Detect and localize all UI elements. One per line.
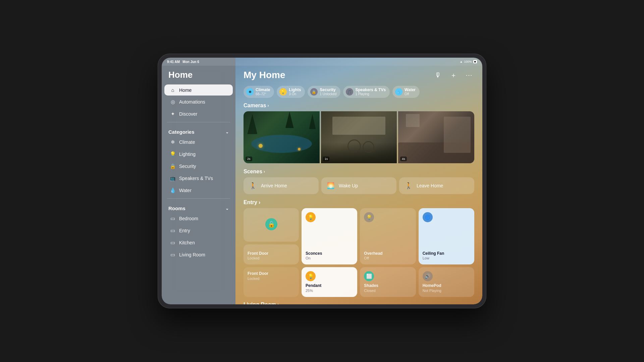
scene-leave-home[interactable]: 🚶 Leave Home	[399, 177, 474, 194]
camera-bedroom-timestamp: 4s	[400, 157, 407, 161]
camera-bedroom[interactable]: 4s	[398, 111, 474, 163]
camera-pool[interactable]: 2s	[244, 111, 320, 163]
sconces-icon: 💡	[306, 212, 316, 222]
device-shades[interactable]: ⬜ Shades Closed	[360, 267, 416, 297]
entry-lock-card[interactable]: 🔒	[244, 208, 299, 242]
wake-up-icon: 🌅	[326, 182, 335, 189]
chip-water-sub: Off	[405, 92, 416, 96]
home-icon: ⌂	[170, 87, 176, 93]
sidebar-item-climate[interactable]: ❄ Climate	[164, 136, 233, 148]
entry-row2: Front Door Locked 💡 Pendant 25% ⬜	[244, 267, 474, 297]
categories-chevron: ⌄	[225, 130, 229, 134]
chip-climate[interactable]: ❄ Climate 68–72°	[244, 86, 274, 98]
discover-icon: ✦	[170, 111, 176, 117]
entry-room-icon: ▭	[170, 228, 176, 234]
tree-2	[285, 111, 294, 128]
rooms-header[interactable]: Rooms ⌄	[162, 201, 235, 213]
sidebar-item-speakers[interactable]: 📺 Speakers & TVs	[164, 173, 233, 184]
status-time: 9:41 AM Mon Jun 6	[167, 60, 199, 64]
sidebar: Home ⌂ Home ◎ Automations ✦ Discover Cat…	[162, 58, 235, 304]
battery-icon: ■	[473, 60, 477, 63]
entry-section: Entry › 🔒 Front Door Locked	[244, 199, 474, 297]
overhead-icon: 💡	[364, 212, 374, 222]
status-bar: 9:41 AM Mon Jun 6 ▲ 100% ■	[162, 58, 482, 66]
chip-lights-sub: 3 On	[289, 92, 301, 96]
chip-security-sub: 1 Unlocked	[320, 92, 336, 96]
camera-garage[interactable]: 1s	[321, 111, 397, 163]
scene-arrive-home[interactable]: 🚶 Arrive Home	[244, 177, 319, 194]
divider-1	[167, 122, 230, 122]
front-door-card[interactable]: Front Door Locked	[244, 244, 299, 264]
battery-label: 100%	[464, 60, 472, 63]
device-ceiling-fan[interactable]: 🌀 Ceiling Fan Low	[419, 208, 474, 264]
chip-lights-label: Lights	[289, 87, 301, 92]
chip-climate-sub: 68–72°	[256, 92, 270, 96]
scenes-row: 🚶 Arrive Home 🌅 Wake Up 🚶 Leave Home	[244, 177, 474, 194]
security-icon: 🔒	[170, 163, 176, 169]
kitchen-room-icon: ▭	[170, 240, 176, 246]
living-room-chevron: ›	[277, 302, 279, 304]
chip-lights-icon: 💡	[279, 88, 287, 96]
sidebar-item-home[interactable]: ⌂ Home	[164, 84, 233, 96]
scenes-header[interactable]: Scenes ›	[244, 169, 474, 175]
tree-3	[309, 114, 316, 129]
device-sconces[interactable]: 💡 Sconces On	[302, 208, 357, 264]
sidebar-item-entry[interactable]: ▭ Entry	[164, 225, 233, 236]
living-room-header[interactable]: Living Room ›	[244, 302, 474, 304]
homepod-icon: 🔊	[423, 271, 433, 281]
chip-security-icon: 🔒	[310, 88, 318, 96]
window	[406, 114, 420, 127]
add-button[interactable]: ＋	[448, 70, 459, 80]
speakers-icon: 📺	[170, 175, 176, 181]
sidebar-item-living[interactable]: ▭ Living Room	[164, 249, 233, 260]
sidebar-item-kitchen[interactable]: ▭ Kitchen	[164, 237, 233, 248]
chip-security[interactable]: 🔒 Security 1 Unlocked	[308, 86, 340, 98]
sidebar-item-water[interactable]: 💧 Water	[164, 185, 233, 196]
shades-icon: ⬜	[364, 271, 374, 281]
pool-light-2	[298, 148, 301, 150]
summary-chips: ❄ Climate 68–72° 💡 Lights 3 On	[244, 86, 474, 98]
front-door-placeholder: Front Door Locked	[244, 267, 299, 297]
chip-water-label: Water	[405, 87, 416, 92]
garage-window	[332, 117, 386, 135]
lighting-icon: 💡	[170, 151, 176, 157]
camera-grid: 2s 1s	[244, 111, 474, 163]
chip-security-label: Security	[320, 87, 336, 92]
entry-header[interactable]: Entry ›	[244, 199, 474, 205]
sidebar-item-discover[interactable]: ✦ Discover	[164, 108, 233, 120]
sidebar-item-lighting[interactable]: 💡 Lighting	[164, 148, 233, 160]
chip-speakers[interactable]: 🎵 Speakers & TVs 1 Playing	[343, 86, 390, 98]
top-actions: 🎙 ＋ ⋯	[433, 70, 474, 80]
sidebar-item-security[interactable]: 🔒 Security	[164, 161, 233, 172]
sidebar-item-automations[interactable]: ◎ Automations	[164, 96, 233, 108]
more-button[interactable]: ⋯	[464, 70, 474, 80]
device-pendant[interactable]: 💡 Pendant 25%	[302, 267, 357, 297]
rooms-chevron: ⌄	[225, 206, 229, 211]
device-overhead[interactable]: 💡 Overhead Off	[360, 208, 416, 264]
climate-icon: ❄	[170, 139, 176, 145]
cameras-header[interactable]: Cameras ›	[244, 103, 474, 109]
cameras-chevron: ›	[268, 103, 269, 108]
chip-water[interactable]: 💧 Water Off	[392, 86, 420, 98]
lock-icon: 🔒	[265, 218, 277, 230]
pendant-icon: 💡	[306, 271, 316, 281]
sidebar-item-bedroom[interactable]: ▭ Bedroom	[164, 213, 233, 224]
sidebar-title: Home	[162, 70, 235, 84]
chip-water-icon: 💧	[395, 88, 402, 96]
scenes-chevron: ›	[264, 169, 265, 174]
top-bar: My Home 🎙 ＋ ⋯	[244, 70, 474, 80]
living-room-icon: ▭	[170, 252, 176, 258]
camera-garage-timestamp: 1s	[323, 157, 330, 161]
scene-wake-up[interactable]: 🌅 Wake Up	[321, 177, 396, 194]
leave-home-icon: 🚶	[404, 182, 413, 189]
wifi-icon: ▲	[460, 60, 463, 63]
divider-2	[167, 198, 230, 199]
siri-button[interactable]: 🎙	[433, 70, 443, 80]
device-homepod[interactable]: 🔊 HomePod Not Playing	[419, 267, 474, 297]
chip-speakers-sub: 1 Playing	[355, 92, 386, 96]
chip-lights[interactable]: 💡 Lights 3 On	[277, 86, 305, 98]
main-content: My Home 🎙 ＋ ⋯ ❄ Climate 68–72°	[235, 58, 482, 304]
entry-left-col: 🔒 Front Door Locked	[244, 208, 299, 264]
status-icons: ▲ 100% ■	[460, 60, 477, 63]
categories-header[interactable]: Categories ⌄	[162, 124, 235, 136]
